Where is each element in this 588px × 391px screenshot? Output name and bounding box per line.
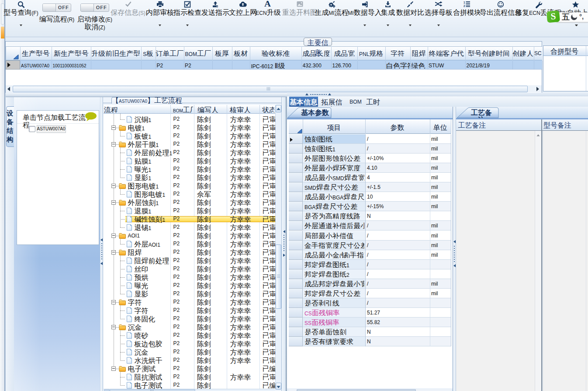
svg-text:1: 1: [463, 1, 465, 4]
svg-text:2: 2: [463, 4, 465, 7]
